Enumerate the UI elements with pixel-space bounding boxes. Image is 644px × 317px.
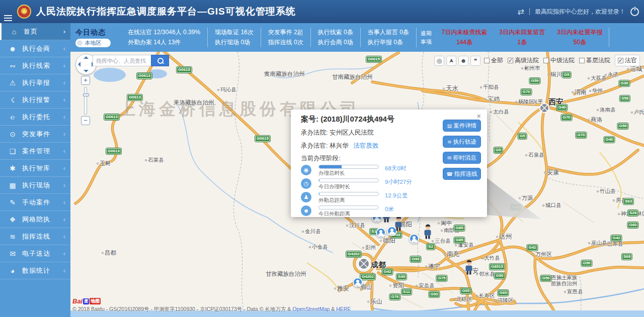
metric-label: 办理总时长 [318,170,379,177]
zoom-slider-knob[interactable] [83,93,89,96]
zoom-out-button[interactable]: − [81,116,90,125]
sidebar-item-label: 突发事件 [22,130,50,139]
button-label: 案件详情 [453,122,476,130]
metric-value: 0米 [385,205,394,213]
sidebar-item[interactable]: ⊙ 突发事件 ‹ [0,126,70,143]
judge-person-marker[interactable] [465,260,473,274]
legend-tool-icon[interactable]: ◎ [434,56,444,66]
stat-group: 突发事件 2起 指挥连线 0次 [261,28,311,47]
sidebar-item-icon: ☻ [6,45,19,53]
sidebar-item-icon: ▦ [6,181,19,189]
chevron-icon: › [63,28,65,35]
legend-tool-icon[interactable]: ➤ [446,56,456,66]
app-header: ★ 人民法院执行指挥应急调度服务平台—GIS可视化管理系统 ⇄ 最高院指挥中心您… [0,0,644,23]
sidebar-item[interactable]: ✎ 手动案件 ‹ [0,194,70,211]
transfer-icon[interactable]: ⇄ [518,7,524,17]
menu-hamburger-icon[interactable] [4,15,12,22]
chevron-icon: ‹ [63,198,65,206]
sidebar-item-label: 执行现场 [22,181,50,190]
legend-tool-icon[interactable]: ☻ [458,56,468,66]
judge-badge-marker[interactable] [353,277,363,287]
here-link[interactable]: HERE [336,306,351,312]
overdue-count: 50条 [557,38,603,47]
map-search [93,55,169,66]
sidebar-item-label: 执行智库 [22,164,50,173]
legend-checkbox[interactable]: 高级法院 [508,55,539,66]
legend-checkbox[interactable]: 中级法院 [543,55,575,66]
button-icon: ▤ [447,123,452,129]
metric-value: 12.9公里 [385,192,408,199]
checkbox-box[interactable] [618,58,623,63]
handling-judge: 承办法官: 林兴华 [301,142,348,149]
region-toggle[interactable]: 本地区 [75,39,111,47]
checkbox-box[interactable] [484,58,490,63]
judge-person-marker[interactable] [395,216,403,231]
stat-group: 当事人留言 0条 执行举报 0条 [361,28,417,47]
legend-tool-icon[interactable]: ❝ [470,56,480,66]
sidebar-item[interactable]: ❖ 网格陪执 ‹ [0,211,70,228]
header-divider [529,8,530,15]
sidebar-item-icon: ✎ [6,198,19,206]
sidebar-item-icon: ≋ [6,233,19,241]
stat-group: 现场取证 16次 执行现场 0场 [208,28,261,47]
copyright-text: © 2018 Baidu - GS(2016)2089号 - 甲测资字11009… [72,306,292,312]
overdue-count: 1条 [500,38,545,47]
legend-checkbox[interactable]: 基层法院 [579,55,610,66]
metric-progress-bar [318,178,379,182]
judge-badge-marker[interactable] [409,234,419,244]
checkbox-box[interactable] [579,58,585,63]
sidebar-item[interactable]: ☇ 执行报警 ‹ [0,91,70,109]
overdue-item[interactable]: 3日内未处置举报 50条 [551,28,609,47]
judge-person-marker[interactable] [424,224,432,239]
person-body [395,222,402,227]
sidebar-item[interactable]: ▦ 执行现场 ‹ [0,177,70,194]
overdue-item[interactable]: 3日内未回复留言 1条 [494,28,551,47]
chevron-icon: ‹ [63,79,65,86]
popup-action-button[interactable]: ✉ 即时消息 [443,152,481,164]
judge-performance-link[interactable]: 法官质效 [353,142,378,149]
zoom-slider[interactable] [84,87,87,115]
metric-icon: ♟ [301,192,311,202]
baidu-map-logo: Bai度地图 [72,297,351,305]
legend-checkbox[interactable]: 法官 [615,55,640,66]
sidebar-item[interactable]: ≋ 指挥连线 ‹ [0,228,70,245]
overdue-groups: 7日内未核查线索 144条 3日内未回复留言 1条 3日内未处置举报 50条 [436,28,609,47]
map-canvas[interactable]: 上海金桥信息股份有限公司 黄南藏族自治州甘南藏族自治州玛沁县果洛藏族自治州玉树石… [70,52,644,317]
zoom-in-button[interactable]: + [81,76,90,85]
chevron-icon: ‹ [63,216,65,223]
checkbox-label: 中级法院 [550,56,575,65]
osm-link[interactable]: OpenStreetMap [292,306,330,312]
close-icon[interactable]: × [476,112,481,120]
sidebar-item-icon: ⚠ [6,79,19,87]
search-input[interactable] [93,55,151,66]
sidebar-item[interactable]: ⚠ 执行举报 ‹ [0,74,70,91]
sidebar-item-label: 执行报警 [22,95,50,104]
checkbox-box[interactable] [543,58,549,63]
sidebar-item[interactable]: ℮ 执行委托 ‹ [0,109,70,126]
popup-action-button[interactable]: ≋ 执行轨迹 [443,136,481,148]
sidebar-item[interactable]: ✱ 执行智库 ‹ [0,160,70,177]
chevron-icon: ‹ [63,233,65,240]
sidebar-item[interactable]: ❏ 案件管理 ‹ [0,143,70,160]
logout-power-icon[interactable] [630,8,639,16]
metric-label: 外勤总距离 [318,197,379,204]
search-button[interactable] [151,55,169,66]
judge-badge-marker[interactable] [376,228,386,238]
sidebar-item-label: 案件管理 [22,147,50,156]
sidebar-item-icon: ✉ [6,250,19,258]
popup-action-button[interactable]: ▤ 案件详情 [443,120,481,132]
overdue-item[interactable]: 7日内未核查线索 144条 [436,28,494,47]
chevron-icon: ‹ [63,45,65,52]
sidebar-item[interactable]: ✉ 电子送达 ‹ [0,245,70,262]
sidebar-item-icon: ℮ [6,113,19,121]
legend-checkbox[interactable]: 全部 [484,55,503,66]
popup-action-button[interactable]: ☎ 指挥连线 [443,168,481,180]
sidebar-item[interactable]: ☻ 执行会商 ‹ [0,40,70,57]
sidebar-item[interactable]: ∾ 执行线索 ‹ [0,57,70,74]
sidebar-item[interactable]: ◕ 数据统计 ‹ [0,262,70,279]
sidebar-item[interactable]: ⌂ 首页 › [0,23,70,40]
checkbox-box[interactable] [508,58,513,63]
sidebar-item-label: 指挥连线 [22,232,50,241]
stat-top: 现场取证 16次 [215,28,254,37]
button-label: 即时消息 [453,154,476,162]
